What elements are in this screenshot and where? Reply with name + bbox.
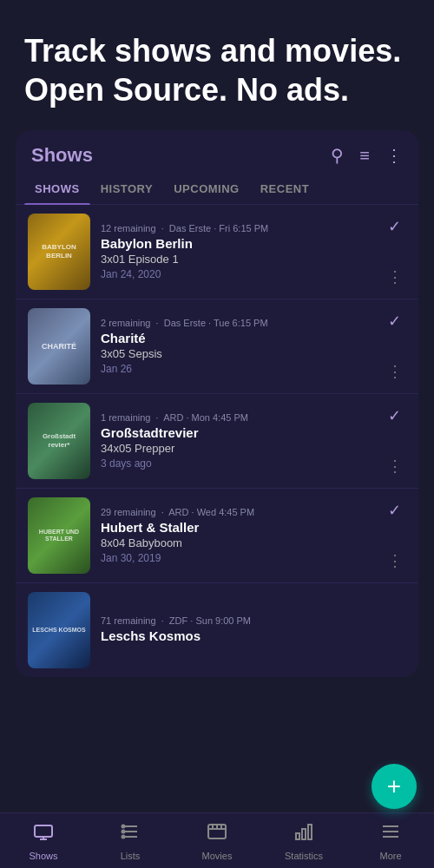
tab-shows[interactable]: SHOWS [24, 174, 90, 204]
show-date: 3 days ago [101, 457, 382, 470]
tab-upcoming[interactable]: UPCOMING [163, 174, 250, 204]
check-icon[interactable]: ✓ [388, 217, 401, 236]
show-meta: 29 remaining · ARD · Wed 4:45 PM [101, 507, 382, 517]
show-info: 29 remaining · ARD · Wed 4:45 PM Hubert … [101, 497, 382, 574]
card-title: Shows [31, 144, 331, 167]
show-item: LESCHS KOSMOS 71 remaining · ZDF · Sun 9… [16, 583, 418, 677]
poster-text: BABYLON BERLIN [28, 214, 90, 290]
item-more-icon[interactable]: ⋮ [387, 362, 402, 381]
show-meta: 2 remaining · Das Erste · Tue 6:15 PM [101, 318, 382, 328]
nav-label-lists: Lists [121, 851, 141, 861]
poster-text: HUBERT UND STALLER [28, 497, 90, 574]
show-meta: 12 remaining · Das Erste · Fri 6:15 PM [101, 223, 382, 233]
show-item: HUBERT UND STALLER 29 remaining · ARD · … [16, 489, 418, 583]
search-icon[interactable]: ⚲ [331, 145, 344, 166]
item-more-icon[interactable]: ⋮ [387, 551, 402, 570]
show-date: Jan 30, 2019 [101, 552, 382, 564]
show-info: 1 remaining · ARD · Mon 4:45 PM Großstad… [101, 403, 382, 479]
show-name: Hubert & Staller [101, 520, 382, 535]
check-icon[interactable]: ✓ [388, 312, 401, 331]
show-info: 2 remaining · Das Erste · Tue 6:15 PM Ch… [101, 308, 382, 385]
show-actions: ✓ ⋮ [382, 497, 406, 574]
show-episode: 8x04 Babyboom [101, 536, 382, 549]
hero-section: Track shows and movies. Open Source. No … [0, 0, 434, 130]
more-icon [380, 821, 401, 847]
statistics-icon [293, 821, 314, 847]
show-actions: ✓ ⋮ [382, 214, 406, 290]
check-icon[interactable]: ✓ [388, 501, 401, 520]
nav-label-more: More [379, 851, 401, 861]
show-actions: ✓ ⋮ [382, 403, 406, 479]
nav-label-movies: Movies [202, 851, 233, 861]
show-info: 71 remaining · ZDF · Sun 9:00 PM Leschs … [101, 592, 382, 668]
header-icons: ⚲ ≡ ⋮ [331, 145, 403, 166]
show-item: Großstadt revier* 1 remaining · ARD · Mo… [16, 394, 418, 489]
app-card: Shows ⚲ ≡ ⋮ SHOWS HISTORY UPCOMING RECEN… [16, 130, 418, 677]
nav-label-shows: Shows [29, 851, 57, 861]
tab-history[interactable]: HISTORY [90, 174, 164, 204]
nav-item-more[interactable]: More [347, 821, 434, 861]
show-poster: Großstadt revier* [28, 403, 90, 479]
movie-icon [207, 821, 227, 847]
show-item: CHARITÉ 2 remaining · Das Erste · Tue 6:… [16, 299, 418, 394]
svg-point-7 [122, 830, 125, 832]
show-poster: HUBERT UND STALLER [28, 497, 90, 574]
show-episode: 3x01 Episode 1 [101, 253, 382, 266]
list-icon [120, 821, 141, 847]
show-poster: CHARITÉ [28, 308, 90, 385]
nav-item-movies[interactable]: Movies [174, 821, 260, 861]
item-more-icon[interactable]: ⋮ [387, 267, 402, 286]
show-info: 12 remaining · Das Erste · Fri 6:15 PM B… [101, 214, 382, 290]
bottom-navigation: Shows Lists Movies Statistics More [0, 812, 434, 868]
nav-item-shows[interactable]: Shows [0, 821, 87, 861]
show-item: BABYLON BERLIN 12 remaining · Das Erste … [16, 205, 418, 299]
show-date: Jan 26 [101, 363, 382, 375]
show-poster: BABYLON BERLIN [28, 214, 90, 290]
tabs-bar: SHOWS HISTORY UPCOMING RECENT [16, 174, 418, 205]
svg-rect-0 [35, 825, 52, 837]
nav-item-statistics[interactable]: Statistics [260, 821, 347, 861]
fab-add-button[interactable]: + [372, 764, 417, 809]
show-episode: 34x05 Prepper [101, 442, 382, 455]
filter-icon[interactable]: ≡ [359, 146, 370, 166]
show-actions: ✓ ⋮ [382, 308, 406, 385]
poster-text: CHARITÉ [28, 308, 90, 385]
check-icon[interactable]: ✓ [388, 406, 401, 425]
more-options-icon[interactable]: ⋮ [385, 145, 403, 166]
show-meta: 71 remaining · ZDF · Sun 9:00 PM [101, 615, 382, 626]
show-list: BABYLON BERLIN 12 remaining · Das Erste … [16, 205, 418, 677]
show-name: Babylon Berlin [101, 236, 382, 251]
nav-item-lists[interactable]: Lists [87, 821, 174, 861]
show-name: Charité [101, 331, 382, 345]
hero-title: Track shows and movies. Open Source. No … [24, 31, 410, 109]
tab-recent[interactable]: RECENT [250, 174, 319, 204]
poster-text: Großstadt revier* [28, 403, 90, 479]
show-name: Großstadtrevier [101, 425, 382, 440]
show-meta: 1 remaining · ARD · Mon 4:45 PM [101, 412, 382, 423]
poster-text: LESCHS KOSMOS [28, 592, 90, 668]
show-episode: 3x05 Sepsis [101, 347, 382, 360]
svg-point-8 [122, 835, 125, 838]
nav-label-statistics: Statistics [285, 851, 323, 861]
svg-rect-14 [296, 833, 299, 839]
show-name: Leschs Kosmos [101, 628, 382, 643]
svg-rect-15 [302, 829, 306, 839]
card-header: Shows ⚲ ≡ ⋮ [16, 130, 418, 174]
tv-icon [33, 821, 54, 847]
item-more-icon[interactable]: ⋮ [387, 457, 402, 476]
show-actions [382, 592, 406, 668]
show-poster: LESCHS KOSMOS [28, 592, 90, 668]
svg-rect-16 [308, 825, 312, 839]
svg-point-6 [122, 825, 125, 827]
show-date: Jan 24, 2020 [101, 268, 382, 280]
